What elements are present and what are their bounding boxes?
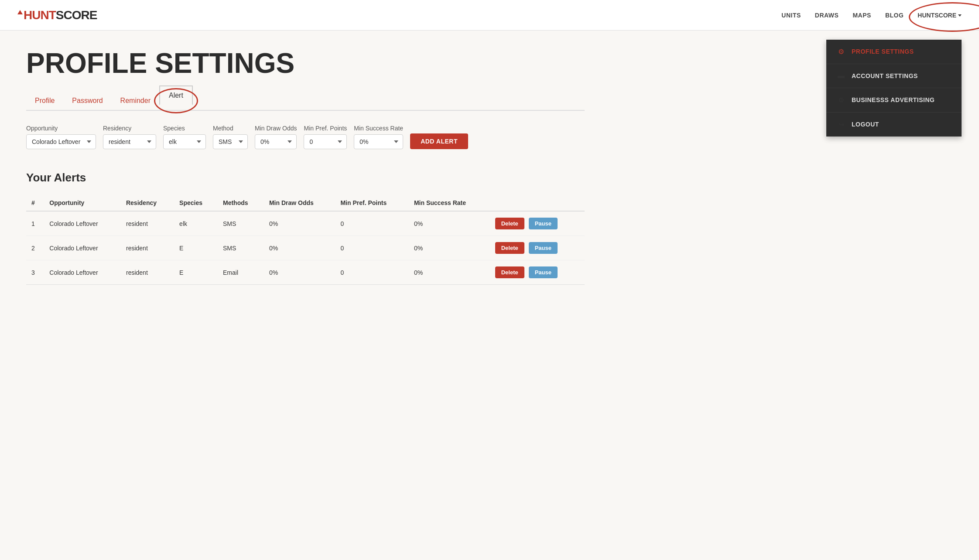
- cell-min-pref-points: 0: [335, 211, 409, 236]
- cell-opportunity: Colorado Leftover: [44, 236, 121, 260]
- col-residency: Residency: [121, 195, 174, 211]
- nav-blog[interactable]: BLOG: [885, 12, 904, 19]
- residency-group: Residency resident non-resident: [103, 125, 156, 149]
- logout-icon: ↪: [837, 120, 846, 129]
- cell-opportunity: Colorado Leftover: [44, 260, 121, 285]
- table-row: 2 Colorado Leftover resident E SMS 0% 0 …: [26, 236, 585, 260]
- business-advertising-label: BUSINESSS ADVERTISING: [852, 96, 934, 103]
- tab-reminder-label: Reminder: [120, 97, 151, 104]
- tab-alert[interactable]: Alert: [159, 85, 193, 105]
- min-draw-odds-group: Min Draw Odds 0% 5% 10% 25% 50%: [255, 125, 297, 149]
- cell-residency: resident: [121, 236, 174, 260]
- species-label: Species: [163, 125, 206, 132]
- cell-methods: SMS: [218, 236, 264, 260]
- logo-hunt: HUNT: [24, 8, 56, 22]
- table-row: 1 Colorado Leftover resident elk SMS 0% …: [26, 211, 585, 236]
- tab-alert-label: Alert: [169, 92, 183, 99]
- min-pref-points-group: Min Pref. Points 0 1 2 3 4 5: [304, 125, 347, 149]
- method-select[interactable]: SMS Email Both: [213, 134, 248, 149]
- alert-form: Opportunity Colorado Leftover Colorado W…: [26, 125, 585, 149]
- tab-password[interactable]: Password: [63, 92, 111, 110]
- alerts-table-head: # Opportunity Residency Species Methods …: [26, 195, 585, 211]
- cell-num: 3: [26, 260, 44, 285]
- main-content: PROFILE SETTINGS Profile Password Remind…: [0, 31, 611, 302]
- col-methods: Methods: [218, 195, 264, 211]
- main-nav: UNITS DRAWS MAPS BLOG HUNTSCORE ⚙ PROFIL…: [781, 12, 962, 19]
- cell-opportunity: Colorado Leftover: [44, 211, 121, 236]
- col-species: Species: [174, 195, 218, 211]
- cell-num: 1: [26, 211, 44, 236]
- method-group: Method SMS Email Both: [213, 125, 248, 149]
- col-actions: [490, 195, 585, 211]
- cell-actions: Delete Pause: [490, 260, 585, 285]
- dropdown-logout[interactable]: ↪ LOGOUT: [826, 113, 962, 137]
- cell-residency: resident: [121, 260, 174, 285]
- table-row: 3 Colorado Leftover resident E Email 0% …: [26, 260, 585, 285]
- dropdown-menu: ⚙ PROFILE SETTINGS ▬ ACCOUNT SETTINGS ⚙ …: [826, 40, 962, 137]
- min-success-rate-select[interactable]: 0% 5% 10% 25% 50%: [354, 134, 403, 149]
- min-pref-points-label: Min Pref. Points: [304, 125, 347, 132]
- col-min-success-rate: Min Success Rate: [409, 195, 490, 211]
- add-alert-button[interactable]: ADD ALERT: [410, 133, 468, 149]
- nav-huntscore[interactable]: HUNTSCORE: [917, 12, 962, 19]
- cell-methods: Email: [218, 260, 264, 285]
- logo-score: SCORE: [56, 8, 97, 22]
- opportunity-label: Opportunity: [26, 125, 96, 132]
- settings-icon: ⚙: [837, 96, 846, 104]
- cell-min-pref-points: 0: [335, 236, 409, 260]
- min-pref-points-select[interactable]: 0 1 2 3 4 5: [304, 134, 347, 149]
- cell-min-draw-odds: 0%: [264, 260, 335, 285]
- logo-icon: [17, 10, 23, 14]
- tab-alert-wrapper: Alert: [159, 92, 193, 110]
- dropdown-business-advertising[interactable]: ⚙ BUSINESSS ADVERTISING: [826, 88, 962, 113]
- col-min-draw-odds: Min Draw Odds: [264, 195, 335, 211]
- residency-label: Residency: [103, 125, 156, 132]
- table-header-row: # Opportunity Residency Species Methods …: [26, 195, 585, 211]
- tab-profile[interactable]: Profile: [26, 92, 63, 110]
- method-label: Method: [213, 125, 248, 132]
- alerts-table-body: 1 Colorado Leftover resident elk SMS 0% …: [26, 211, 585, 285]
- min-draw-odds-select[interactable]: 0% 5% 10% 25% 50%: [255, 134, 297, 149]
- delete-button[interactable]: Delete: [495, 242, 524, 254]
- menu-icon: ▬: [837, 72, 846, 80]
- cell-min-success-rate: 0%: [409, 236, 490, 260]
- pause-button[interactable]: Pause: [529, 266, 558, 278]
- species-select[interactable]: elk deer antelope bear moose: [163, 134, 206, 149]
- cell-min-pref-points: 0: [335, 260, 409, 285]
- opportunity-select[interactable]: Colorado Leftover Colorado Wyoming Utah …: [26, 134, 96, 149]
- dropdown-profile-settings[interactable]: ⚙ PROFILE SETTINGS: [826, 40, 962, 64]
- cell-species: E: [174, 236, 218, 260]
- nav-units[interactable]: UNITS: [781, 12, 801, 19]
- header: HUNTSCORE UNITS DRAWS MAPS BLOG HUNTSCOR…: [0, 0, 979, 31]
- logout-label: LOGOUT: [852, 121, 879, 128]
- opportunity-group: Opportunity Colorado Leftover Colorado W…: [26, 125, 96, 149]
- tab-profile-label: Profile: [35, 97, 55, 104]
- cell-num: 2: [26, 236, 44, 260]
- cell-actions: Delete Pause: [490, 236, 585, 260]
- cell-actions: Delete Pause: [490, 211, 585, 236]
- cell-min-success-rate: 0%: [409, 211, 490, 236]
- nav-draws[interactable]: DRAWS: [815, 12, 839, 19]
- residency-select[interactable]: resident non-resident: [103, 134, 156, 149]
- nav-maps[interactable]: MAPS: [852, 12, 871, 19]
- min-success-rate-label: Min Success Rate: [354, 125, 403, 132]
- dropdown-account-settings[interactable]: ▬ ACCOUNT SETTINGS: [826, 64, 962, 88]
- nav-huntscore-label: HUNTSCORE: [917, 12, 956, 19]
- col-num: #: [26, 195, 44, 211]
- col-min-pref-points: Min Pref. Points: [335, 195, 409, 211]
- page-title: PROFILE SETTINGS: [26, 48, 585, 79]
- pause-button[interactable]: Pause: [529, 242, 558, 254]
- cell-min-success-rate: 0%: [409, 260, 490, 285]
- species-group: Species elk deer antelope bear moose: [163, 125, 206, 149]
- delete-button[interactable]: Delete: [495, 266, 524, 278]
- col-opportunity: Opportunity: [44, 195, 121, 211]
- cell-species: E: [174, 260, 218, 285]
- tab-reminder[interactable]: Reminder: [112, 92, 159, 110]
- cell-methods: SMS: [218, 211, 264, 236]
- pause-button[interactable]: Pause: [529, 218, 558, 229]
- delete-button[interactable]: Delete: [495, 218, 524, 229]
- logo[interactable]: HUNTSCORE: [17, 8, 97, 22]
- gear-icon: ⚙: [837, 48, 846, 56]
- min-success-rate-group: Min Success Rate 0% 5% 10% 25% 50%: [354, 125, 403, 149]
- cell-species: elk: [174, 211, 218, 236]
